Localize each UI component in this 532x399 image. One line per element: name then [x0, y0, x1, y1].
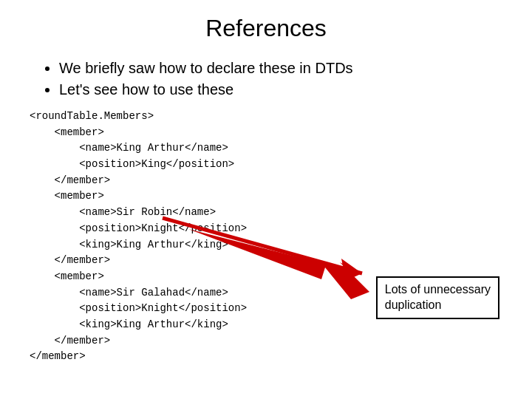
- bullet-item-1: We briefly saw how to declare these in D…: [59, 60, 502, 77]
- annotation-box: Lots of unnecessary duplication: [376, 276, 499, 319]
- slide: References We briefly saw how to declare…: [0, 0, 532, 399]
- slide-title: References: [30, 15, 502, 42]
- annotation-line2: duplication: [385, 299, 442, 311]
- annotation-line1: Lots of unnecessary: [385, 283, 491, 296]
- code-block: <roundTable.Members> <member> <name>King…: [30, 109, 502, 365]
- bullet-list: We briefly saw how to declare these in D…: [30, 60, 502, 98]
- bullet-item-2: Let's see how to use these: [59, 81, 502, 98]
